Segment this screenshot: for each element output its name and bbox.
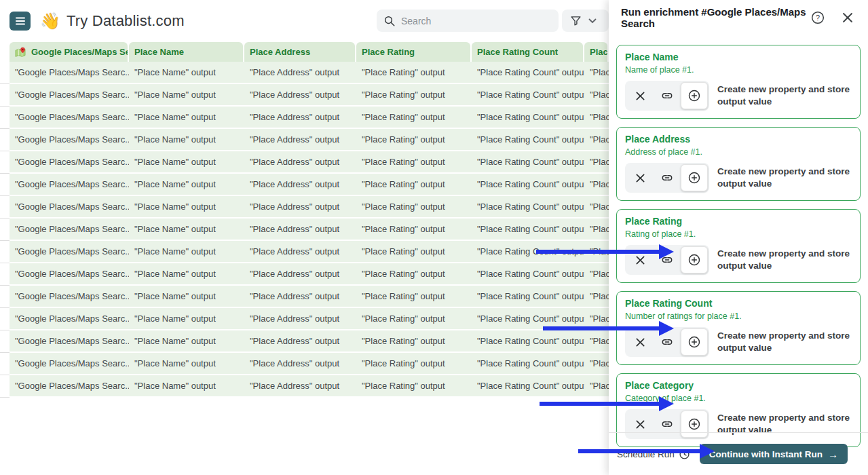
table-cell[interactable]: "Place Name" output bbox=[129, 151, 244, 174]
table-cell[interactable]: "Place Address" output bbox=[244, 286, 356, 308]
table-cell[interactable]: "Google Places/Maps Searc... bbox=[10, 308, 129, 330]
table-cell[interactable]: "Place bbox=[584, 196, 609, 218]
search-box[interactable] bbox=[377, 10, 559, 32]
column-header-2[interactable]: Place Address bbox=[244, 42, 356, 62]
table-cell[interactable]: "Google Places/Maps Searc... bbox=[10, 107, 129, 129]
table-cell[interactable]: "Place Rating" output bbox=[356, 286, 472, 308]
discard-output-button[interactable] bbox=[626, 328, 654, 356]
table-cell[interactable]: "Place bbox=[584, 308, 609, 330]
create-property-button[interactable] bbox=[681, 246, 708, 273]
table-cell[interactable]: "Place Rating Count" output bbox=[472, 196, 584, 218]
table-cell[interactable]: "Place bbox=[584, 375, 609, 398]
table-cell[interactable]: "Place Rating" output bbox=[356, 129, 472, 151]
table-cell[interactable]: "Place bbox=[584, 353, 609, 375]
table-cell[interactable]: "Place Rating Count" output bbox=[472, 129, 584, 151]
table-cell[interactable]: "Place Address" output bbox=[244, 174, 356, 196]
table-cell[interactable]: "Place Rating" output bbox=[356, 174, 472, 196]
column-header-0[interactable]: Google Places/Maps Sea... bbox=[10, 42, 129, 62]
table-cell[interactable]: "Place Rating" output bbox=[356, 151, 472, 174]
table-cell[interactable]: "Place Name" output bbox=[129, 241, 244, 263]
table-cell[interactable]: "Place Rating" output bbox=[356, 353, 472, 375]
table-cell[interactable]: "Place Rating" output bbox=[356, 308, 472, 330]
table-cell[interactable]: "Google Places/Maps Searc... bbox=[10, 353, 129, 375]
table-cell[interactable]: "Place Address" output bbox=[244, 107, 356, 129]
table-cell[interactable]: "Place Name" output bbox=[129, 174, 244, 196]
discard-output-button[interactable] bbox=[626, 411, 654, 438]
discard-output-button[interactable] bbox=[626, 82, 654, 109]
table-cell[interactable]: "Place bbox=[584, 263, 609, 286]
table-cell[interactable]: "Place Address" output bbox=[244, 375, 356, 398]
discard-output-button[interactable] bbox=[626, 246, 654, 273]
table-cell[interactable]: "Place Rating" output bbox=[356, 84, 472, 107]
table-cell[interactable]: "Place bbox=[584, 129, 609, 151]
table-cell[interactable]: "Place Name" output bbox=[129, 84, 244, 107]
table-cell[interactable]: "Place Rating Count" output bbox=[472, 107, 584, 129]
table-cell[interactable]: "Place Name" output bbox=[129, 196, 244, 218]
table-cell[interactable]: "Place bbox=[584, 84, 609, 107]
table-cell[interactable]: "Google Places/Maps Searc... bbox=[10, 196, 129, 218]
table-cell[interactable]: "Place bbox=[584, 218, 609, 241]
table-cell[interactable]: "Place Address" output bbox=[244, 308, 356, 330]
table-cell[interactable]: "Place Rating Count" output bbox=[472, 353, 584, 375]
table-cell[interactable]: "Google Places/Maps Searc... bbox=[10, 263, 129, 286]
table-cell[interactable]: "Google Places/Maps Searc... bbox=[10, 286, 129, 308]
table-cell[interactable]: "Place Rating" output bbox=[356, 241, 472, 263]
table-cell[interactable]: "Google Places/Maps Searc... bbox=[10, 151, 129, 174]
table-cell[interactable]: "Place Address" output bbox=[244, 84, 356, 107]
map-existing-property-button[interactable] bbox=[654, 82, 681, 109]
table-cell[interactable]: "Place Name" output bbox=[129, 375, 244, 398]
table-cell[interactable]: "Google Places/Maps Searc... bbox=[10, 218, 129, 241]
table-cell[interactable]: "Place Rating" output bbox=[356, 107, 472, 129]
table-cell[interactable]: "Place Name" output bbox=[129, 263, 244, 286]
table-cell[interactable]: "Place Rating Count" output bbox=[472, 241, 584, 263]
table-cell[interactable]: "Place Name" output bbox=[129, 330, 244, 353]
map-existing-property-button[interactable] bbox=[654, 328, 681, 356]
table-cell[interactable]: "Place Rating Count" output bbox=[472, 330, 584, 353]
table-cell[interactable]: "Place Name" output bbox=[129, 107, 244, 129]
column-header-1[interactable]: Place Name bbox=[129, 42, 244, 62]
table-cell[interactable]: "Place Rating Count" output bbox=[472, 308, 584, 330]
table-cell[interactable]: "Place bbox=[584, 241, 609, 263]
table-cell[interactable]: "Place Rating" output bbox=[356, 263, 472, 286]
menu-button[interactable] bbox=[10, 12, 31, 31]
create-property-button[interactable] bbox=[681, 164, 708, 191]
table-cell[interactable]: "Place Rating Count" output bbox=[472, 62, 584, 84]
search-input[interactable] bbox=[401, 16, 537, 26]
table-cell[interactable]: "Place Rating Count" output bbox=[472, 84, 584, 107]
continue-instant-run-button[interactable]: Continue with Instant Run → bbox=[700, 444, 848, 464]
table-cell[interactable]: "Place Rating" output bbox=[356, 62, 472, 84]
table-cell[interactable]: "Google Places/Maps Searc... bbox=[10, 62, 129, 84]
table-cell[interactable]: "Place bbox=[584, 286, 609, 308]
table-cell[interactable]: "Place Rating Count" output bbox=[472, 218, 584, 241]
table-cell[interactable]: "Place bbox=[584, 62, 609, 84]
table-cell[interactable]: "Google Places/Maps Searc... bbox=[10, 84, 129, 107]
create-property-button[interactable] bbox=[681, 328, 708, 356]
table-cell[interactable]: "Place Address" output bbox=[244, 196, 356, 218]
table-cell[interactable]: "Place bbox=[584, 107, 609, 129]
schedule-run-link[interactable]: Schedule Run bbox=[617, 449, 690, 460]
filter-button[interactable] bbox=[562, 10, 609, 32]
table-cell[interactable]: "Place Name" output bbox=[129, 308, 244, 330]
map-existing-property-button[interactable] bbox=[654, 164, 681, 191]
table-cell[interactable]: "Place Rating Count" output bbox=[472, 286, 584, 308]
table-cell[interactable]: "Place Address" output bbox=[244, 263, 356, 286]
table-cell[interactable]: "Place Rating" output bbox=[356, 375, 472, 398]
column-header-3[interactable]: Place Rating bbox=[356, 42, 472, 62]
column-header-4[interactable]: Place Rating Count bbox=[472, 42, 584, 62]
table-cell[interactable]: "Google Places/Maps Searc... bbox=[10, 375, 129, 398]
table-cell[interactable]: "Place Rating" output bbox=[356, 196, 472, 218]
table-cell[interactable]: "Google Places/Maps Searc... bbox=[10, 129, 129, 151]
table-cell[interactable]: "Google Places/Maps Searc... bbox=[10, 241, 129, 263]
discard-output-button[interactable] bbox=[626, 164, 654, 191]
table-cell[interactable]: "Place Name" output bbox=[129, 286, 244, 308]
table-cell[interactable]: "Place bbox=[584, 151, 609, 174]
table-cell[interactable]: "Place Address" output bbox=[244, 129, 356, 151]
table-cell[interactable]: "Place Address" output bbox=[244, 330, 356, 353]
table-cell[interactable]: "Place Rating" output bbox=[356, 330, 472, 353]
map-existing-property-button[interactable] bbox=[654, 246, 681, 273]
table-cell[interactable]: "Place Name" output bbox=[129, 353, 244, 375]
table-cell[interactable]: "Google Places/Maps Searc... bbox=[10, 330, 129, 353]
table-cell[interactable]: "Place Address" output bbox=[244, 218, 356, 241]
table-cell[interactable]: "Place Rating Count" output bbox=[472, 174, 584, 196]
table-cell[interactable]: "Place Name" output bbox=[129, 62, 244, 84]
